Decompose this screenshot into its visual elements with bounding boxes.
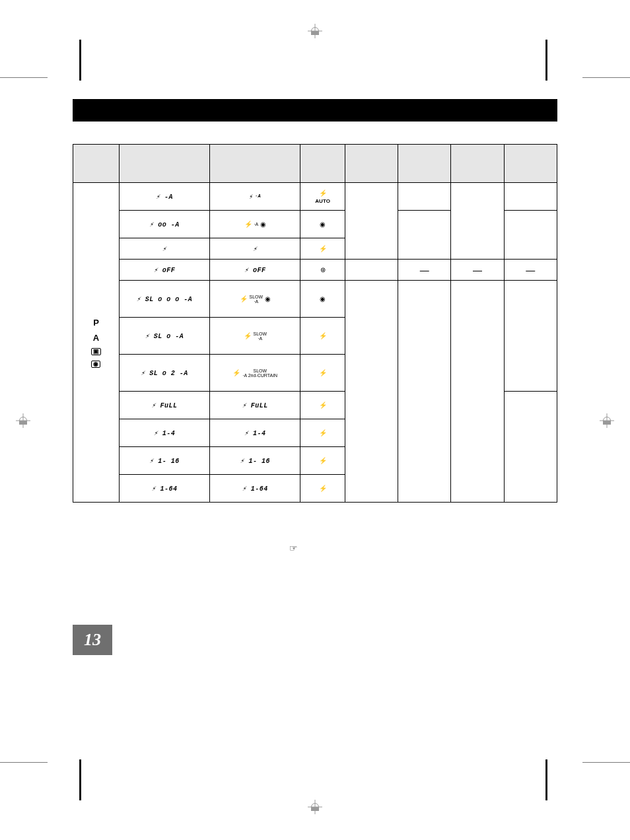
cell-r4 (504, 281, 557, 392)
eye-mode-icon: ◉ (91, 361, 100, 368)
cell-lcd: ⚡ SL o 2 -A (119, 355, 209, 392)
flash-icon: ⚡ (319, 369, 327, 376)
cell-r4 (504, 183, 557, 211)
flash-icon: ⚡ (319, 245, 327, 252)
crop-mark (0, 77, 48, 78)
red-eye-icon: ◉ (260, 221, 266, 228)
flash-icon: ⚡ (319, 457, 327, 464)
cell-r3 (451, 183, 504, 260)
content-area: P A ▣ ◉ ⚡ -A ⚡·A ⚡AUTO (73, 99, 557, 503)
cell-vf: ⚡ 1-4 (210, 419, 300, 447)
registration-mark-right (600, 413, 614, 430)
cell-r4 (504, 211, 557, 260)
cell-vf: ⚡·A ◉ (210, 211, 300, 238)
scene-mode-icon: ▣ (91, 348, 101, 355)
red-eye-icon: ◉ (265, 295, 271, 302)
cell-lcd: ⚡ 1-64 (119, 475, 209, 503)
cell-r1 (345, 281, 398, 503)
th-col-2 (398, 145, 451, 183)
trim-bar (545, 759, 547, 800)
cell-icon: ⚡ (300, 475, 345, 503)
section-header-bar (73, 99, 557, 122)
cell-lcd: ⚡ (119, 238, 209, 260)
cell-icon: ⚡ (300, 318, 345, 355)
registration-mark-left (16, 413, 30, 430)
th-col-4 (504, 145, 557, 183)
cell-icon: ⚡ (300, 238, 345, 260)
table-row: ⚡ SL o o o -A ⚡SLOW·A ◉ ◉ (73, 281, 557, 318)
page-number: 13 (73, 625, 112, 655)
th-icon (300, 145, 345, 183)
th-mode (73, 145, 120, 183)
table-header-row (73, 145, 557, 183)
red-eye-icon: ◉ (320, 295, 326, 302)
table-body: P A ▣ ◉ ⚡ -A ⚡·A ⚡AUTO (73, 183, 557, 503)
cell-lcd: ⚡ oo -A (119, 211, 209, 238)
cell-vf: ⚡ FuLL (210, 392, 300, 419)
cell-icon: ⚡ (300, 419, 345, 447)
flash-mode-table: P A ▣ ◉ ⚡ -A ⚡·A ⚡AUTO (73, 144, 557, 503)
trim-bar (79, 759, 81, 800)
cell-icon: ⚡ (300, 355, 345, 392)
th-col-1 (345, 145, 398, 183)
crop-mark (582, 762, 630, 763)
cell-icon: ⚡ (300, 447, 345, 475)
mode-label-p: P (93, 318, 99, 328)
cell-vf: ⚡ 1- 16 (210, 447, 300, 475)
cell-r1 (345, 183, 398, 260)
cell-lcd: ⚡ oFF (119, 260, 209, 281)
flash-mode-table-wrap: P A ▣ ◉ ⚡ -A ⚡·A ⚡AUTO (73, 144, 557, 503)
table-row: P A ▣ ◉ ⚡ -A ⚡·A ⚡AUTO (73, 183, 557, 211)
red-eye-icon: ◉ (320, 221, 326, 228)
trim-bar (79, 40, 81, 81)
flash-icon: ⚡ (319, 429, 327, 437)
cell-vf: ⚡ (210, 238, 300, 260)
cell-icon: ⚡ (300, 392, 345, 419)
registration-mark-bottom (308, 800, 322, 816)
flash-off-icon: ⊛ (320, 266, 326, 273)
cell-r2 (398, 183, 451, 211)
mode-label-a: A (93, 333, 99, 343)
cell-r3 (451, 281, 504, 503)
cell-icon: ⊛ (300, 260, 345, 281)
flash-icon: ⚡ (319, 485, 327, 492)
cell-lcd: ⚡ 1-4 (119, 419, 209, 447)
cell-vf: ⚡ 1-64 (210, 475, 300, 503)
cell-icon: ⚡AUTO (300, 183, 345, 211)
cell-r1 (345, 260, 398, 281)
pointer-hand-icon: ☞ (289, 543, 298, 553)
table-row: ⚡ oFF ⚡ oFF ⊛ — — — (73, 260, 557, 281)
cell-vf: ⚡ oFF (210, 260, 300, 281)
cell-lcd: ⚡ FuLL (119, 392, 209, 419)
cell-icon: ◉ (300, 281, 345, 318)
cell-vf: ⚡SLOW·A 2nd-CURTAIN (210, 355, 300, 392)
cell-vf: ⚡SLOW·A (210, 318, 300, 355)
cell-icon: ◉ (300, 211, 345, 238)
cell-r4 (504, 392, 557, 503)
th-viewfinder (210, 145, 300, 183)
trim-bar (545, 40, 547, 81)
cell-lcd: ⚡ -A (119, 183, 209, 211)
cell-lcd: ⚡ SL o -A (119, 318, 209, 355)
cell-lcd: ⚡ SL o o o -A (119, 281, 209, 318)
crop-mark (582, 77, 630, 78)
cell-r3: — (451, 260, 504, 281)
cell-r4: — (504, 260, 557, 281)
cell-lcd: ⚡ 1- 16 (119, 447, 209, 475)
registration-mark-top (308, 24, 322, 40)
cell-vf: ⚡SLOW·A ◉ (210, 281, 300, 318)
flash-icon: ⚡ (319, 332, 327, 339)
cell-vf: ⚡·A (210, 183, 300, 211)
th-col-3 (451, 145, 504, 183)
page: P A ▣ ◉ ⚡ -A ⚡·A ⚡AUTO (0, 0, 630, 840)
cell-r2 (398, 211, 451, 260)
crop-mark (0, 762, 48, 763)
cell-r2: — (398, 260, 451, 281)
flash-icon: ⚡ (319, 402, 327, 409)
th-lcd (119, 145, 209, 183)
cell-r2 (398, 281, 451, 503)
mode-cell: P A ▣ ◉ (73, 183, 120, 503)
